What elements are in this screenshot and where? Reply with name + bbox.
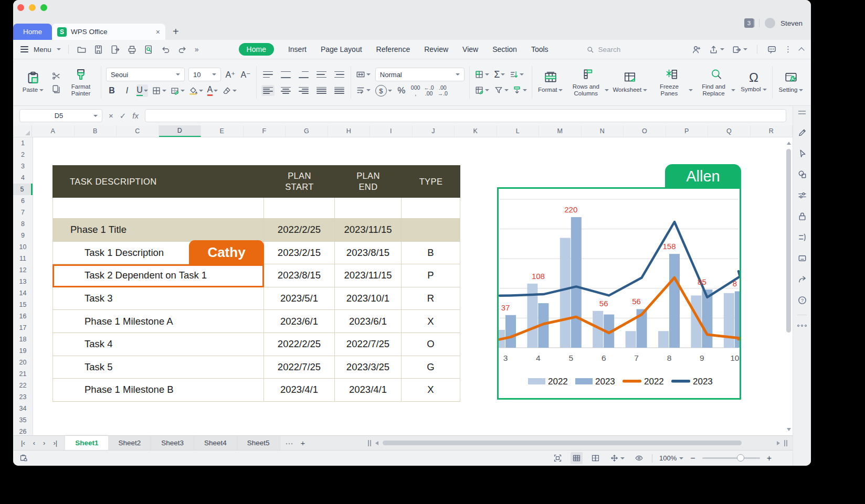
row-header-20[interactable]: 20 [13, 357, 33, 368]
fit-screen-icon[interactable] [552, 452, 564, 464]
fill-color-button[interactable] [188, 84, 203, 97]
select-all-corner[interactable] [13, 125, 32, 137]
row-header-23[interactable]: 23 [13, 391, 33, 403]
all-sheets-icon[interactable]: ··· [286, 438, 293, 447]
close-tab-icon[interactable]: × [156, 28, 160, 36]
column-header-A[interactable]: A [32, 125, 75, 137]
help-icon[interactable]: ? [797, 295, 807, 305]
vertical-scrollbar[interactable] [785, 140, 792, 433]
clear-format-button[interactable] [222, 84, 237, 97]
export-button[interactable] [732, 45, 747, 55]
name-box[interactable]: D5 [19, 109, 102, 122]
row-header-1[interactable]: 1 [13, 137, 33, 149]
cell-plan-end[interactable]: 2023/11/15 [335, 219, 402, 241]
shapes-icon[interactable] [797, 169, 807, 179]
page-break-view-icon[interactable] [589, 452, 602, 464]
decrease-font-button[interactable]: A⁻ [240, 68, 251, 81]
prev-sheet-button[interactable]: ‹ [33, 439, 35, 447]
cell-type[interactable]: X [402, 379, 460, 401]
first-sheet-button[interactable]: |‹ [21, 439, 25, 447]
row-header-2[interactable]: 2 [13, 149, 33, 160]
sheet-tab-sheet1[interactable]: Sheet1 [65, 436, 108, 450]
sheet-tab-sheet3[interactable]: Sheet3 [151, 436, 194, 450]
table-row-8[interactable]: Phase 1 Milestone B2023/4/12023/4/1X [52, 379, 460, 402]
cell-type[interactable] [402, 219, 460, 241]
edit-mode-icon[interactable] [19, 454, 28, 463]
cell-task-description[interactable]: Phase 1 Title [52, 219, 264, 241]
cell-plan-start[interactable]: 2022/2/25 [264, 333, 335, 356]
redo-icon[interactable] [177, 44, 188, 55]
scroll-right-arrow[interactable] [777, 441, 780, 445]
insert-function-icon[interactable]: fx [132, 111, 139, 120]
column-header-P[interactable]: P [666, 125, 709, 137]
row-header-15[interactable]: 15 [13, 299, 33, 310]
home-launcher-tab[interactable]: Home [13, 24, 52, 40]
export-doc-icon[interactable] [110, 44, 121, 55]
adjust-sliders-icon[interactable] [797, 190, 807, 200]
more-panes-icon[interactable] [797, 325, 807, 327]
align-middle-button[interactable] [279, 69, 292, 80]
cell-plan-end[interactable]: 2023/8/15 [335, 242, 402, 264]
cell-plan-start[interactable]: 2022/7/25 [264, 356, 335, 379]
table-row-1[interactable]: Phase 1 Title2022/2/252023/11/15 [52, 219, 460, 242]
scrollbar-grip[interactable] [368, 440, 371, 446]
select-cursor-icon[interactable] [797, 148, 807, 158]
column-header-F[interactable]: F [244, 125, 286, 137]
print-icon[interactable] [126, 44, 138, 55]
document-tab[interactable]: S WPS Office × [52, 24, 165, 40]
row-header-6[interactable]: 6 [13, 195, 33, 207]
column-header-K[interactable]: K [455, 125, 497, 137]
share-button[interactable] [709, 45, 724, 55]
cell-plan-end[interactable]: 2023/4/1 [335, 379, 402, 401]
cell-style-select[interactable]: Normal [375, 68, 465, 81]
ribbon-tab-section[interactable]: Section [492, 45, 517, 53]
normal-view-icon[interactable] [571, 452, 583, 464]
cancel-entry-icon[interactable]: × [109, 111, 113, 120]
worksheet-button[interactable]: Worksheet [614, 71, 647, 93]
column-header-E[interactable]: E [201, 125, 244, 137]
row-header-34[interactable]: 34 [13, 403, 33, 414]
ribbon-tab-reference[interactable]: Reference [376, 45, 410, 53]
column-header-D[interactable]: D [159, 125, 202, 137]
row-header-9[interactable]: 9 [13, 230, 33, 241]
column-header-G[interactable]: G [286, 125, 328, 137]
ribbon-tab-insert[interactable]: Insert [288, 45, 307, 53]
cell-plan-start[interactable]: 2023/8/15 [264, 264, 335, 287]
collapse-ribbon-icon[interactable] [798, 47, 804, 53]
row-header-35[interactable]: 35 [13, 414, 33, 426]
justify-button[interactable] [315, 85, 328, 96]
column-header-R[interactable]: R [751, 125, 793, 137]
table-row-4[interactable]: Task 32023/5/12023/10/1R [52, 287, 460, 310]
row-header-21[interactable]: 21 [13, 368, 33, 380]
save-icon[interactable] [93, 44, 104, 55]
cell-task-description[interactable]: Task 5 [52, 356, 264, 379]
bold-button[interactable]: B [106, 84, 118, 97]
cell-type[interactable]: R [402, 287, 460, 310]
row-header-16[interactable]: 16 [13, 310, 33, 322]
horizontal-scrollbar[interactable] [368, 436, 787, 450]
conditional-format-button[interactable] [474, 68, 489, 81]
filter-button[interactable] [494, 84, 509, 96]
maximize-window-button[interactable] [40, 4, 47, 11]
sidebar-drag-handle[interactable] [798, 111, 806, 114]
font-color-button[interactable]: A [207, 84, 218, 97]
align-top-button[interactable] [261, 69, 275, 80]
column-header-O[interactable]: O [624, 125, 666, 137]
cell-task-description[interactable]: Task 4 [52, 333, 264, 356]
export-pane-icon[interactable] [797, 232, 807, 242]
italic-button[interactable]: I [121, 84, 133, 97]
table-row-5[interactable]: Phase 1 Milestone A2023/6/12023/6/1X [52, 310, 460, 333]
add-sheet-button[interactable]: + [301, 438, 305, 447]
row-header-10[interactable]: 10 [13, 241, 33, 253]
font-name-select[interactable]: Seoui [106, 68, 185, 81]
open-file-icon[interactable] [76, 44, 88, 55]
row-header-5[interactable]: 5 [13, 184, 33, 195]
cell-type[interactable]: O [402, 333, 460, 356]
borders-button[interactable] [152, 84, 166, 97]
row-header-22[interactable]: 22 [13, 380, 33, 391]
sheet-tab-sheet5[interactable]: Sheet5 [237, 436, 280, 450]
close-window-button[interactable] [17, 4, 24, 11]
new-tab-button[interactable]: + [173, 26, 179, 38]
cell-style-button[interactable] [170, 84, 185, 97]
cell-plan-start[interactable]: 2023/6/1 [264, 310, 335, 333]
